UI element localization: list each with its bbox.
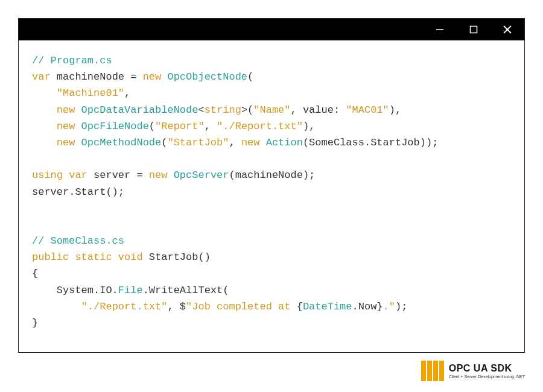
code-keyword: new: [57, 137, 75, 148]
code-string: "Machine01": [57, 87, 124, 99]
code-text: {: [297, 301, 303, 312]
code-text: machineNode =: [51, 71, 143, 83]
code-text: StartJob(): [143, 251, 211, 263]
code-text: ,: [205, 121, 217, 132]
code-comment: // Program.cs: [32, 55, 112, 66]
code-text: ),: [303, 121, 315, 132]
svg-rect-1: [471, 27, 477, 33]
code-type: OpcMethodNode: [75, 137, 161, 148]
code-editor[interactable]: // Program.cs var machineNode = new OpcO…: [19, 40, 524, 343]
code-text: , value:: [291, 104, 346, 116]
code-keyword: new: [57, 104, 75, 116]
code-type: OpcObjectNode: [161, 71, 247, 83]
code-keyword: void: [112, 251, 143, 263]
code-text: .Now: [352, 301, 377, 312]
code-keyword: var: [32, 71, 51, 83]
code-comment: // SomeClass.cs: [32, 235, 124, 247]
code-string: "Report": [155, 121, 205, 132]
logo-sdk-text: SDK: [487, 363, 512, 373]
code-keyword: new: [57, 121, 75, 132]
code-type: DateTime: [303, 301, 352, 312]
code-keyword: string: [205, 104, 241, 116]
code-string: "MAC01": [346, 104, 389, 116]
code-keyword: public: [32, 251, 69, 263]
code-text: , $: [167, 301, 186, 312]
logo-main-text: OPC UA: [449, 363, 488, 373]
close-icon: [503, 25, 512, 34]
code-text: (SomeClass.StartJob));: [303, 137, 438, 148]
logo: OPC UA SDK Client + Server Development u…: [421, 361, 525, 381]
close-button[interactable]: [497, 19, 518, 40]
code-paren: (: [247, 71, 253, 83]
code-type: OpcDataVariableNode: [75, 104, 198, 116]
code-text: ),: [389, 104, 401, 116]
maximize-button[interactable]: [463, 19, 484, 40]
code-keyword: new: [241, 137, 260, 148]
logo-bars-icon: [421, 361, 444, 381]
code-text: (: [161, 137, 167, 148]
code-string: "./Report.txt": [81, 301, 168, 312]
logo-text: OPC UA SDK Client + Server Development u…: [449, 364, 525, 379]
code-text: ,: [229, 137, 241, 148]
code-keyword: new: [149, 169, 168, 181]
titlebar: [19, 19, 524, 40]
code-window: // Program.cs var machineNode = new OpcO…: [18, 18, 525, 353]
code-text: );: [395, 301, 407, 312]
code-text: <: [198, 104, 204, 116]
code-string: .": [383, 301, 395, 312]
code-text: server.Start();: [32, 186, 124, 198]
code-keyword: new: [143, 71, 162, 83]
minimize-icon: [436, 25, 444, 34]
code-text: >(: [241, 104, 253, 116]
code-text: ,: [124, 87, 130, 99]
maximize-icon: [469, 25, 478, 34]
code-text: server =: [87, 169, 149, 181]
code-string: "./Report.txt": [217, 121, 303, 132]
code-string: "StartJob": [167, 137, 229, 148]
code-keyword: using: [32, 169, 63, 181]
code-text: (machineNode);: [229, 169, 316, 181]
code-text: System.IO.: [32, 285, 118, 296]
minimize-button[interactable]: [429, 19, 451, 40]
code-text: .WriteAllText(: [143, 285, 229, 296]
code-text: {: [32, 268, 38, 279]
code-type: OpcFileNode: [75, 121, 148, 132]
code-text: }: [32, 317, 38, 329]
code-type: Action: [260, 137, 303, 148]
code-string: "Name": [253, 104, 290, 116]
code-string: "Job completed at: [186, 301, 297, 312]
code-text: }: [376, 301, 383, 312]
code-keyword: static: [69, 251, 112, 263]
code-type: OpcServer: [167, 169, 229, 181]
code-keyword: var: [63, 169, 87, 181]
code-text: (: [149, 121, 155, 132]
code-text: [32, 301, 81, 312]
logo-subtitle: Client + Server Development using .NET: [449, 375, 525, 379]
code-type: File: [118, 285, 143, 296]
